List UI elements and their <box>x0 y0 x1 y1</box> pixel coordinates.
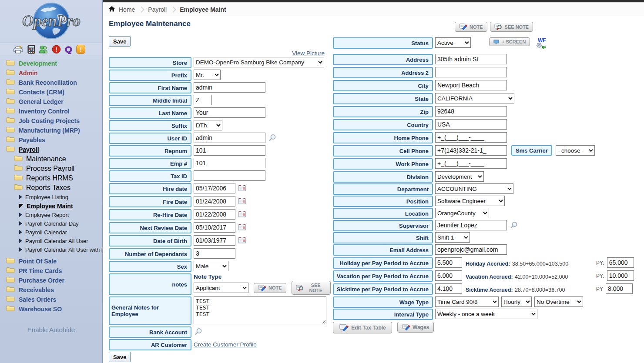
sidebar-item-purchase-order[interactable]: Purchase Order <box>6 276 102 285</box>
calculator-icon[interactable] <box>27 45 36 54</box>
city-input[interactable] <box>435 80 507 90</box>
repnum-input[interactable] <box>194 145 265 156</box>
date-of-birth-input[interactable] <box>194 235 235 246</box>
sidebar-item-payroll[interactable]: Payroll <box>6 145 102 154</box>
fire-date-input[interactable] <box>194 196 235 206</box>
workflow-icon[interactable]: WF <box>534 37 547 51</box>
sidebar-item-bank-reconciliation[interactable]: Bank Reconciliation <box>6 78 102 87</box>
sidebar-item-job-costing[interactable]: Job Costing Projects <box>6 116 102 126</box>
home-phone-input[interactable] <box>435 132 507 143</box>
status-select[interactable]: Active <box>435 37 471 48</box>
vacation-accrue-input[interactable] <box>435 270 462 281</box>
sidebar-item-pr-time-cards[interactable]: PR Time Cards <box>6 266 102 276</box>
users-icon[interactable] <box>39 45 49 54</box>
sidebar-item-sales-orders[interactable]: Sales Orders <box>6 295 102 304</box>
country-input[interactable] <box>435 119 507 130</box>
enable-autohide-link[interactable]: Enable Autohide <box>0 326 102 333</box>
overtime-select[interactable]: No Overtime <box>534 296 583 307</box>
save-button-bottom[interactable]: Save <box>109 352 131 362</box>
zip-input[interactable] <box>435 106 507 117</box>
address-input[interactable] <box>435 54 507 64</box>
suffix-select[interactable]: DTh <box>194 120 222 130</box>
sidebar-item-general-ledger[interactable]: General Ledger <box>6 97 102 107</box>
sidebar-item-payroll-calendar-all-user[interactable]: Payroll Calendar All User <box>19 236 102 245</box>
sidebar-item-payroll-calendar-day[interactable]: Payroll Calendar Day <box>19 219 102 228</box>
printer-icon[interactable] <box>12 45 24 54</box>
wage-type-select[interactable]: Time Card 90/8 <box>435 296 499 307</box>
sicktime-accrue-input[interactable] <box>435 283 462 294</box>
last-name-input[interactable] <box>194 107 265 118</box>
quick-q-icon[interactable]: Q <box>64 45 73 54</box>
sidebar-item-admin[interactable]: Admin <box>6 68 102 78</box>
position-select[interactable]: Software Engineer <box>435 196 505 206</box>
holiday-py-input[interactable] <box>607 257 634 268</box>
sidebar-item-point-of-sale[interactable]: Point Of Sale <box>6 256 102 266</box>
address2-input[interactable] <box>435 67 507 77</box>
app-logo[interactable]: OpenPro <box>0 0 102 43</box>
wage-rate-select[interactable]: Hourly <box>501 296 532 307</box>
supervisor-input[interactable] <box>435 220 507 230</box>
state-select[interactable]: CALIFORNIA <box>435 93 514 103</box>
alert-icon[interactable]: ! <box>52 45 61 54</box>
see-note-button[interactable]: SEE NOTE <box>292 281 331 295</box>
calendar-icon[interactable] <box>238 184 246 191</box>
shift-select[interactable]: Shift 1 <box>435 232 470 243</box>
sidebar-item-inventory-control[interactable]: Inventory Control <box>6 107 102 116</box>
sidebar-item-payroll-calendar[interactable]: Payroll Calendar <box>19 228 102 236</box>
hire-date-input[interactable] <box>194 183 235 193</box>
middle-initial-input[interactable] <box>194 95 212 105</box>
edit-tax-table-button[interactable]: Edit Tax Table <box>333 322 392 333</box>
first-name-input[interactable] <box>194 82 265 93</box>
search-icon[interactable] <box>510 221 518 229</box>
sidebar-item-contacts-crm[interactable]: Contacts (CRM) <box>6 87 102 97</box>
next-review-date-input[interactable] <box>194 222 235 233</box>
calendar-icon[interactable] <box>238 236 246 243</box>
interval-type-select[interactable]: Weekly - once a week <box>435 309 537 319</box>
info-icon[interactable]: ! <box>76 45 85 54</box>
sidebar-item-warehouse-so[interactable]: Warehouse SO <box>6 304 102 314</box>
note-type-select[interactable]: Applicant <box>194 283 248 293</box>
email-input[interactable] <box>435 244 507 255</box>
user-id-input[interactable] <box>194 133 265 143</box>
work-phone-input[interactable] <box>435 158 507 169</box>
create-customer-profile-link[interactable]: Create Customer Profile <box>194 341 257 348</box>
note-button[interactable]: NOTE <box>254 283 286 293</box>
wages-button[interactable]: Wages <box>397 322 434 333</box>
holiday-accrue-input[interactable] <box>435 257 462 268</box>
sidebar-item-employee-listing[interactable]: Employee Listing <box>19 193 102 201</box>
sidebar-item-payables[interactable]: Payables <box>6 135 102 145</box>
see-note-button[interactable]: SEE NOTE <box>490 22 533 32</box>
breadcrumb-payroll[interactable]: Payroll <box>148 6 167 13</box>
sidebar-item-reports-taxes[interactable]: Reports Taxes <box>14 183 102 193</box>
sidebar-item-process-payroll[interactable]: Process Payroll <box>14 164 102 173</box>
sidebar-item-receivables[interactable]: Receivables <box>6 285 102 295</box>
tax-id-input[interactable] <box>194 170 265 181</box>
sidebar-item-development[interactable]: Development <box>6 59 102 68</box>
division-select[interactable]: Development <box>435 171 484 182</box>
search-icon[interactable] <box>268 134 276 141</box>
sidebar-item-reports-hrms[interactable]: Reports HRMS <box>14 173 102 183</box>
calendar-icon[interactable] <box>238 197 246 204</box>
cell-phone-input[interactable] <box>435 145 507 156</box>
sidebar-item-maintenance[interactable]: Maintenance <box>14 154 102 164</box>
prefix-select[interactable]: Mr. <box>194 70 221 80</box>
vacation-py-input[interactable] <box>607 270 634 281</box>
save-button-top[interactable]: Save <box>109 36 131 47</box>
dependants-input[interactable] <box>194 248 235 259</box>
add-screen-button[interactable]: + SCREEN <box>489 37 530 46</box>
department-select[interactable]: ACCOUNTING <box>435 183 513 194</box>
sidebar-item-employee-maint[interactable]: Employee Maint <box>19 201 102 210</box>
sicktime-py-input[interactable] <box>606 283 633 294</box>
search-icon[interactable] <box>195 328 202 335</box>
store-select[interactable]: DEMO-OpenPro Samburg Bike Company <box>194 57 324 67</box>
location-select[interactable]: OrangeCounty <box>435 208 489 218</box>
sidebar-item-manufacturing[interactable]: Manufacturing (MRP) <box>6 126 102 135</box>
sidebar-item-payroll-calendar-all-user-edit[interactable]: Payroll Calendar All User with Ec <box>19 245 102 254</box>
sms-carrier-select[interactable]: - choose - <box>556 145 595 156</box>
calendar-icon[interactable] <box>238 223 246 230</box>
breadcrumb-home[interactable]: Home <box>119 6 135 13</box>
home-icon[interactable] <box>108 6 115 14</box>
calendar-icon[interactable] <box>238 210 246 217</box>
general-notes-textarea[interactable]: TEST TEST TEST <box>194 296 326 324</box>
view-picture-link[interactable]: View Picture <box>292 50 325 57</box>
